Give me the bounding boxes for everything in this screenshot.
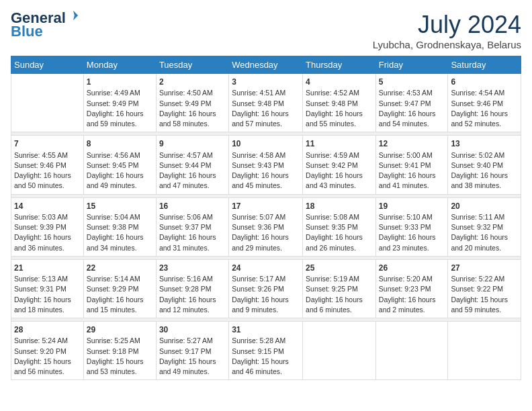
calendar-cell: 5Sunrise: 4:53 AMSunset: 9:47 PMDaylight…	[375, 74, 448, 132]
sunset-text: Sunset: 9:38 PM	[87, 223, 139, 231]
daylight-text: Daylight: 15 hours and 46 minutes.	[232, 357, 289, 375]
day-number: 28	[14, 325, 23, 334]
calendar-cell: 9Sunrise: 4:57 AMSunset: 9:44 PMDaylight…	[156, 136, 228, 194]
daylight-text: Daylight: 16 hours and 9 minutes.	[232, 295, 289, 314]
day-number: 11	[306, 139, 314, 148]
sunset-text: Sunset: 9:17 PM	[159, 347, 212, 355]
location-text: Lyubcha, Grodnenskaya, Belarus	[373, 39, 521, 50]
sunset-text: Sunset: 9:48 PM	[232, 99, 284, 107]
sunset-text: Sunset: 9:15 PM	[232, 347, 284, 355]
calendar-cell: 26Sunrise: 5:20 AMSunset: 9:23 PMDayligh…	[375, 259, 448, 318]
calendar-cell: 20Sunrise: 5:11 AMSunset: 9:32 PMDayligh…	[448, 197, 521, 256]
sunrise-text: Sunrise: 5:19 AM	[306, 275, 359, 283]
calendar-cell: 1Sunrise: 4:49 AMSunset: 9:49 PMDaylight…	[83, 74, 156, 132]
calendar-week-1: 1Sunrise: 4:49 AMSunset: 9:49 PMDaylight…	[11, 74, 521, 132]
sunset-text: Sunset: 9:22 PM	[451, 285, 503, 293]
day-number: 18	[306, 201, 314, 211]
daylight-text: Daylight: 15 hours and 49 minutes.	[159, 357, 216, 375]
calendar-table: SundayMondayTuesdayWednesdayThursdayFrid…	[11, 56, 521, 380]
calendar-cell: 11Sunrise: 4:59 AMSunset: 9:42 PMDayligh…	[303, 136, 376, 194]
calendar-cell: 17Sunrise: 5:07 AMSunset: 9:36 PMDayligh…	[229, 197, 303, 256]
day-number: 15	[87, 201, 95, 211]
sunset-text: Sunset: 9:49 PM	[159, 99, 212, 107]
day-number: 16	[159, 201, 168, 211]
daylight-text: Daylight: 16 hours and 55 minutes.	[306, 109, 363, 128]
calendar-body: 1Sunrise: 4:49 AMSunset: 9:49 PMDaylight…	[11, 74, 521, 380]
sunrise-text: Sunrise: 5:10 AM	[379, 213, 433, 221]
day-number: 7	[14, 139, 19, 148]
logo-icon	[67, 9, 79, 21]
sunset-text: Sunset: 9:43 PM	[232, 161, 284, 169]
sunrise-text: Sunrise: 5:16 AM	[159, 275, 213, 283]
day-number: 13	[451, 139, 459, 148]
calendar-cell: 21Sunrise: 5:13 AMSunset: 9:31 PMDayligh…	[11, 259, 84, 318]
calendar-week-5: 28Sunrise: 5:24 AMSunset: 9:20 PMDayligh…	[11, 322, 521, 380]
daylight-text: Daylight: 16 hours and 15 minutes.	[87, 295, 144, 314]
day-number: 9	[159, 139, 164, 148]
sunset-text: Sunset: 9:48 PM	[306, 99, 358, 107]
day-header-monday: Monday	[83, 56, 156, 74]
day-header-thursday: Thursday	[303, 56, 376, 74]
sunrise-text: Sunrise: 5:07 AM	[232, 213, 285, 221]
calendar-cell	[303, 322, 376, 380]
calendar-cell	[375, 322, 448, 380]
sunrise-text: Sunrise: 5:24 AM	[14, 336, 68, 345]
day-number: 23	[159, 263, 168, 273]
sunrise-text: Sunrise: 5:17 AM	[232, 275, 285, 283]
calendar-cell: 2Sunrise: 4:50 AMSunset: 9:49 PMDaylight…	[156, 74, 228, 132]
daylight-text: Daylight: 16 hours and 43 minutes.	[306, 171, 363, 189]
sunrise-text: Sunrise: 5:25 AM	[87, 336, 140, 345]
daylight-text: Daylight: 16 hours and 36 minutes.	[14, 233, 71, 251]
day-header-tuesday: Tuesday	[156, 56, 228, 74]
calendar-week-2: 7Sunrise: 4:55 AMSunset: 9:46 PMDaylight…	[11, 136, 521, 194]
day-header-friday: Friday	[375, 56, 448, 74]
sunrise-text: Sunrise: 4:54 AM	[451, 89, 504, 97]
day-number: 20	[451, 201, 459, 211]
sunrise-text: Sunrise: 5:11 AM	[451, 213, 504, 221]
daylight-text: Daylight: 16 hours and 47 minutes.	[159, 171, 216, 189]
day-number: 29	[87, 325, 95, 334]
day-number: 30	[159, 325, 168, 334]
sunrise-text: Sunrise: 4:52 AM	[306, 89, 359, 97]
sunrise-text: Sunrise: 5:08 AM	[306, 213, 359, 221]
daylight-text: Daylight: 16 hours and 18 minutes.	[14, 295, 71, 314]
logo: General Blue	[11, 11, 79, 40]
sunrise-text: Sunrise: 5:00 AM	[379, 151, 433, 159]
calendar-cell: 24Sunrise: 5:17 AMSunset: 9:26 PMDayligh…	[229, 259, 303, 318]
sunset-text: Sunset: 9:32 PM	[451, 223, 503, 231]
sunrise-text: Sunrise: 4:58 AM	[232, 151, 285, 159]
sunset-text: Sunset: 9:42 PM	[306, 161, 358, 169]
sunrise-text: Sunrise: 4:50 AM	[159, 89, 213, 97]
sunset-text: Sunset: 9:33 PM	[379, 223, 431, 231]
daylight-text: Daylight: 16 hours and 2 minutes.	[379, 295, 436, 314]
sunrise-text: Sunrise: 4:55 AM	[14, 151, 68, 159]
calendar-cell: 10Sunrise: 4:58 AMSunset: 9:43 PMDayligh…	[229, 136, 303, 194]
sunset-text: Sunset: 9:40 PM	[451, 161, 503, 169]
calendar-cell: 8Sunrise: 4:56 AMSunset: 9:45 PMDaylight…	[83, 136, 156, 194]
daylight-text: Daylight: 16 hours and 54 minutes.	[379, 109, 436, 128]
day-number: 5	[379, 77, 384, 87]
sunset-text: Sunset: 9:39 PM	[14, 223, 66, 231]
sunset-text: Sunset: 9:36 PM	[232, 223, 284, 231]
day-number: 10	[232, 139, 240, 148]
day-number: 2	[159, 77, 164, 87]
daylight-text: Daylight: 16 hours and 31 minutes.	[159, 233, 216, 251]
day-number: 19	[379, 201, 388, 211]
sunset-text: Sunset: 9:49 PM	[87, 99, 139, 107]
sunset-text: Sunset: 9:25 PM	[306, 285, 358, 293]
sunset-text: Sunset: 9:23 PM	[379, 285, 431, 293]
day-number: 31	[232, 325, 240, 334]
calendar-cell: 6Sunrise: 4:54 AMSunset: 9:46 PMDaylight…	[448, 74, 521, 132]
day-number: 4	[306, 77, 310, 87]
day-number: 12	[379, 139, 388, 148]
sunrise-text: Sunrise: 5:14 AM	[87, 275, 140, 283]
calendar-cell: 15Sunrise: 5:04 AMSunset: 9:38 PMDayligh…	[83, 197, 156, 256]
day-number: 3	[232, 77, 236, 87]
day-number: 14	[14, 201, 23, 211]
calendar-week-3: 14Sunrise: 5:03 AMSunset: 9:39 PMDayligh…	[11, 197, 521, 256]
sunset-text: Sunset: 9:37 PM	[159, 223, 212, 231]
sunset-text: Sunset: 9:20 PM	[14, 347, 66, 355]
daylight-text: Daylight: 16 hours and 58 minutes.	[159, 109, 216, 128]
daylight-text: Daylight: 16 hours and 52 minutes.	[451, 109, 508, 128]
title-block: July 2024 Lyubcha, Grodnenskaya, Belarus	[373, 11, 521, 50]
